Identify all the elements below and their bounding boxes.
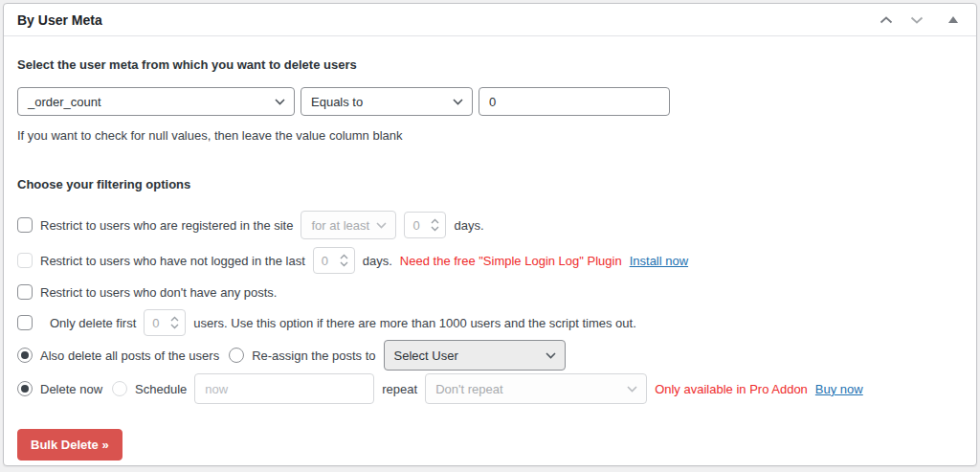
delete-posts-label: Also delete all posts of the users — [40, 348, 219, 363]
filter-row-no-posts: Restrict to users who don't have any pos… — [17, 284, 963, 300]
limit-label: Only delete first — [50, 316, 136, 330]
spinner-icon[interactable] — [170, 316, 179, 329]
registered-days-suffix: days. — [454, 218, 483, 233]
panel-header-actions — [877, 11, 963, 30]
limit-checkbox[interactable] — [17, 315, 33, 330]
user-meta-select-value: _order_count — [28, 95, 101, 109]
toggle-panel-icon[interactable] — [944, 11, 963, 30]
login-label: Restrict to users who have not logged in… — [40, 254, 305, 268]
chevron-down-icon — [376, 222, 387, 229]
chevron-down-icon — [275, 99, 285, 105]
null-value-help-text: If you want to check for null values, th… — [17, 128, 963, 143]
operator-select-value: Equals to — [311, 95, 363, 109]
registered-days-value: 0 — [412, 218, 419, 233]
user-meta-select[interactable]: _order_count — [17, 87, 295, 116]
filter-row-login: Restrict to users who have not logged in… — [17, 247, 963, 274]
meta-controls-row: _order_count Equals to — [17, 87, 963, 116]
chevron-down-icon — [546, 352, 556, 359]
no-posts-label: Restrict to users who don't have any pos… — [40, 285, 277, 300]
login-days-suffix: days. — [363, 254, 392, 268]
schedule-time-input[interactable] — [194, 373, 374, 404]
install-now-link[interactable]: Install now — [630, 254, 688, 268]
reassign-posts-radio[interactable] — [229, 348, 244, 363]
by-user-meta-panel: By User Meta Select the user meta from w… — [3, 3, 977, 466]
move-down-icon[interactable] — [907, 11, 926, 30]
chevron-down-icon — [453, 99, 463, 105]
panel-title: By User Meta — [17, 12, 102, 28]
move-up-icon[interactable] — [877, 11, 896, 30]
registered-period-select-value: for at least — [311, 218, 369, 233]
reassign-user-select-value: Select User — [394, 348, 458, 363]
filter-row-posts: Also delete all posts of the users Re-as… — [17, 340, 963, 371]
delete-now-label: Delete now — [40, 382, 102, 396]
panel-body: Select the user meta from which you want… — [4, 36, 976, 461]
meta-value-input[interactable] — [479, 87, 670, 116]
meta-section-heading: Select the user meta from which you want… — [17, 57, 963, 72]
login-plugin-notice: Need the free "Simple Login Log" Plugin — [400, 254, 622, 268]
registered-checkbox[interactable] — [17, 217, 33, 233]
no-posts-checkbox[interactable] — [17, 284, 33, 300]
delete-now-radio[interactable] — [17, 381, 33, 396]
registered-days-input[interactable]: 0 — [404, 212, 446, 238]
repeat-label: repeat — [382, 382, 417, 396]
triangle-up-icon — [948, 16, 958, 23]
chevron-down-icon — [627, 386, 637, 393]
schedule-label: Schedule — [135, 382, 187, 396]
limit-count-input[interactable]: 0 — [144, 309, 186, 336]
pro-addon-notice: Only available in Pro Addon — [655, 382, 808, 396]
schedule-radio[interactable] — [112, 381, 127, 396]
operator-select[interactable]: Equals to — [301, 87, 473, 116]
filter-row-limit: Only delete first 0 users. Use this opti… — [17, 309, 963, 336]
spinner-icon[interactable] — [431, 218, 439, 232]
limit-suffix: users. Use this option if there are more… — [193, 316, 635, 330]
delete-posts-radio[interactable] — [17, 348, 33, 363]
spinner-icon[interactable] — [340, 254, 348, 267]
repeat-select[interactable]: Don't repeat — [425, 373, 647, 404]
buy-now-link[interactable]: Buy now — [815, 382, 863, 396]
filter-row-schedule: Delete now Schedule repeat Don't repeat … — [17, 373, 963, 404]
panel-header: By User Meta — [4, 4, 976, 36]
login-days-input[interactable]: 0 — [313, 247, 355, 274]
filter-section-heading: Choose your filtering options — [17, 177, 963, 191]
registered-period-select[interactable]: for at least — [301, 211, 396, 239]
login-days-value: 0 — [322, 254, 328, 268]
limit-count-value: 0 — [152, 316, 159, 330]
repeat-select-value: Don't repeat — [435, 382, 502, 396]
bulk-delete-button[interactable]: Bulk Delete » — [17, 429, 122, 461]
reassign-posts-label: Re-assign the posts to — [252, 348, 375, 363]
reassign-user-select[interactable]: Select User — [384, 340, 566, 371]
filter-row-registered: Restrict to users who are registered in … — [17, 211, 963, 239]
login-checkbox[interactable] — [17, 253, 33, 268]
registered-label: Restrict to users who are registered in … — [40, 218, 293, 233]
